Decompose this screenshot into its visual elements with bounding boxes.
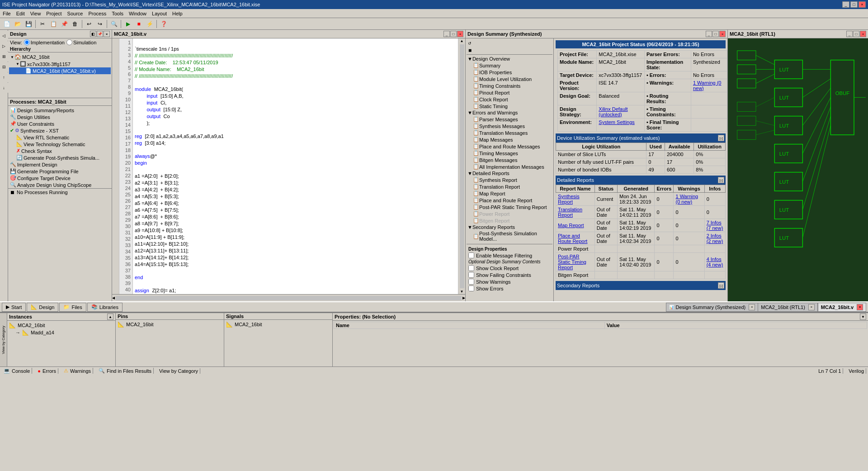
proc-configure[interactable]: 🎯 Configure Target Device [9,175,111,181]
signals-item-0[interactable]: 📐 MCA2_16bit [225,321,331,328]
menu-source[interactable]: Source [65,10,86,17]
summary-tree-parser[interactable]: 📋 Parser Messages [467,116,552,123]
proc-design-summary[interactable]: 📊 Design Summary/Reports [9,107,111,114]
editor-scroll-left[interactable]: ◀ [112,296,115,300]
summary-max-btn[interactable]: □ [712,31,719,37]
menu-process[interactable]: Process [85,10,109,17]
instance-item-0[interactable]: 📐 MCA2_16bit [8,322,114,329]
editor-close-btn[interactable]: × [457,31,463,37]
proc-rtl-schematic[interactable]: 📐 View RTL Schematic [9,134,111,141]
lv-btn5[interactable]: ↑ [0,72,9,82]
summary-tree-timing-constraints[interactable]: 📋 Timing Constraints [467,82,552,89]
impl-radio[interactable] [24,39,30,45]
editor-scroll-down[interactable]: ▼ [460,289,464,294]
new-btn[interactable]: 📄 [2,19,12,29]
properties-sort-btn[interactable]: ▼ [860,314,866,320]
design-btn[interactable]: 📐 Design [27,303,58,312]
menu-layout[interactable]: Layout [149,10,170,17]
minimize-btn[interactable]: _ [842,1,849,8]
proc-user-constraints[interactable]: 📌 User Constraints [9,120,111,127]
proc-check-syntax[interactable]: ✗ Check Syntax [9,147,111,154]
show-clock-cb[interactable] [468,265,474,271]
proc-design-utilities[interactable]: 🔧 Design Utilities [9,114,111,120]
sim-radio-label[interactable]: Simulation [66,39,96,45]
lv-btn6[interactable]: ↓ [0,83,9,93]
editor-max-btn[interactable]: □ [450,31,457,37]
sim-radio[interactable] [66,39,72,45]
design-pin-btn[interactable]: 📌 [97,31,103,37]
summary-tree-post-synth-sim[interactable]: 📋 Post-Synthesis Simulation Model... [467,230,552,242]
synth-rpt-link[interactable]: Synthesis Report [558,194,580,205]
menu-view[interactable]: View [28,10,44,17]
proc-implement[interactable]: 🔨 Implement Design [9,161,111,168]
summary-tree-iob[interactable]: 📋 IOB Properties [467,69,552,76]
par-rpt-link[interactable]: Place and Route Report [558,233,587,244]
proc-post-synth[interactable]: 🔄 Generate Post-Synthesis Simula... [9,154,111,161]
summary-min-btn[interactable]: _ [706,31,712,37]
summary-tree-design-overview[interactable]: ▼ Design Overview [467,56,552,62]
design-summary-tab[interactable]: 📊 Design Summary (Synthesized) × [666,303,758,312]
rtl-min-btn[interactable]: _ [846,31,853,37]
debug-btn[interactable]: ⚡ [145,19,155,29]
menu-help[interactable]: Help [170,10,185,17]
show-errors-cb[interactable] [468,285,474,291]
delete-btn[interactable]: 🗑 [70,19,80,29]
detailed-rpt-collapse-btn[interactable]: [-] [718,177,724,183]
summary-tree-synth-rpt[interactable]: 📋 Synthesis Report [467,176,552,183]
show-warnings-cb[interactable] [468,279,474,285]
maximize-btn[interactable]: □ [850,1,858,8]
summary-tree-postpar[interactable]: 📋 Post-PAR Static Timing Report [467,204,552,210]
close-btn[interactable]: × [859,1,866,8]
summary-tree-module[interactable]: 📋 Module Level Utilization [467,76,552,82]
tree-item-1[interactable]: ▼ 🔲 xc7vx330t-3ffg1157 [9,61,111,67]
summary-tree-power-rpt[interactable]: 📋 Power Report [467,210,552,217]
editor-scrollbar-thumb[interactable] [460,44,464,288]
map-rpt-link[interactable]: Map Report [558,223,584,228]
trans-rpt-link[interactable]: Translation Report [558,207,582,218]
proc-gen-prog[interactable]: 💾 Generate Programming File [9,168,111,175]
lv-btn1[interactable]: ◁ [0,31,9,41]
rtl1-tab[interactable]: MCA2_16bit (RTL1) × [758,303,818,312]
paste-btn[interactable]: 📌 [59,19,69,29]
postpar-rpt-link[interactable]: Post-PAR Static Timing Report [558,254,586,270]
console-label[interactable]: Console [12,368,30,374]
summary-tree-detailed[interactable]: ▼ Detailed Reports [467,170,552,176]
synth-warn-link[interactable]: 1 Warning (0 new) [675,194,698,205]
save-btn[interactable]: 💾 [24,19,33,29]
impl-radio-label[interactable]: Implementation [24,39,65,45]
files-btn[interactable]: 📁 Files [59,303,86,312]
summary-tree-pinout[interactable]: 📋 Pinout Report [467,89,552,96]
pins-item-0[interactable]: 📐 MCA2_16bit [117,321,223,328]
menu-window[interactable]: Window [126,10,149,17]
summary-tree-map-msg[interactable]: 📋 Map Messages [467,136,552,143]
menu-project[interactable]: Project [43,10,64,17]
summary-tool-1[interactable]: ↺ [467,40,473,47]
design-strategy-link[interactable]: Xilinx Default (unlocked) [599,106,627,117]
summary-tool-2[interactable]: ◼ [467,47,473,53]
warnings-link[interactable]: 1 Warning (0 new) [693,80,722,91]
summary-tree-translation-msg[interactable]: 📋 Translation Messages [467,129,552,136]
postpar-infos-link[interactable]: 4 Infos (4 new) [707,257,723,267]
summary-tree-synthesis-msg[interactable]: 📋 Synthesis Messages [467,123,552,129]
mca-v-tab-close[interactable]: × [857,304,863,310]
show-failing-cb[interactable] [468,272,474,278]
lv-btn2[interactable]: ▷ [0,41,9,51]
rtl-max-btn[interactable]: □ [853,31,859,37]
view-by-cat-status-label[interactable]: View by Category [159,368,198,374]
find-btn[interactable]: 🔍 [109,19,119,29]
tree-item-0[interactable]: ▼ 🏠 MCA2_16bit [9,53,111,61]
find-files-label[interactable]: Find in Files Results [107,368,151,374]
rtl1-tab-close[interactable]: × [808,304,815,310]
summary-tree-par-rpt[interactable]: 📋 Place and Route Report [467,197,552,204]
summary-tree-bitgen-msg[interactable]: 📋 Bitgen Messages [467,157,552,163]
summary-tree-secondary[interactable]: ▼ Secondary Reports [467,224,552,230]
summary-tree-par-msg[interactable]: 📋 Place and Route Messages [467,143,552,150]
editor-scroll-up[interactable]: ▲ [460,38,464,43]
rtl-schematic-body[interactable]: LUT LUT LUT LUT LUT LUT LUT OBUF [728,38,868,301]
summary-close-btn[interactable]: × [719,31,726,37]
device-util-collapse-btn[interactable]: [-] [718,135,724,141]
summary-tree-trans-rpt[interactable]: 📋 Translation Report [467,183,552,190]
rtl-close-btn[interactable]: × [860,31,866,37]
editor-min-btn[interactable]: _ [443,31,450,37]
map-infos-link[interactable]: 7 Infos (7 new) [707,220,723,231]
